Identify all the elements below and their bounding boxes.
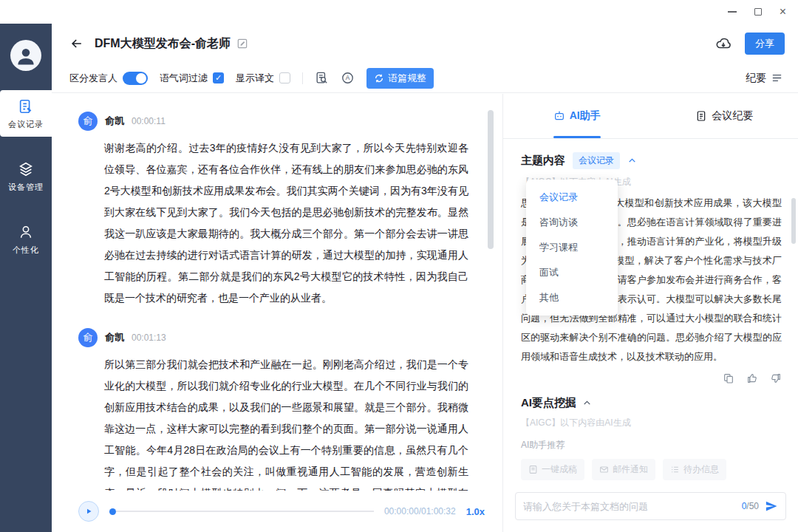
speaker-toggle-group: 区分发言人 (69, 72, 148, 85)
translation-checkbox[interactable] (279, 72, 290, 83)
action-label: 一键成稿 (542, 463, 577, 476)
player-time: 00:00:00/01:00:32 (384, 506, 456, 516)
thumbs-down-icon[interactable] (770, 372, 782, 384)
filler-filter-group: 语气词过滤 (160, 72, 224, 85)
send-icon (765, 499, 778, 513)
message-timestamp[interactable]: 00:01:13 (132, 332, 166, 343)
message-text: 谢谢老高的介绍。过去3年的疫情好久没有见到大家了，所以今天先特别欢迎各位领导、各… (104, 137, 468, 309)
todo-list-icon (670, 465, 680, 474)
share-button[interactable]: 分享 (745, 33, 785, 55)
minutes-list-icon (771, 72, 783, 84)
topic-type-dropdown: 会议记录 咨询访谈 学习课程 面试 其他 (526, 180, 618, 316)
draft-doc-icon (528, 465, 538, 474)
layers-icon (0, 161, 52, 177)
translation-label: 显示译文 (236, 72, 274, 85)
back-button[interactable] (69, 36, 84, 51)
sidebar-item-label: 设备管理 (0, 182, 52, 193)
transcript-scrollbar[interactable] (488, 110, 494, 249)
person-icon (0, 224, 52, 240)
playback-speed[interactable]: 1.0x (466, 506, 485, 517)
question-input[interactable] (523, 501, 736, 512)
meeting-record-icon (0, 98, 52, 115)
document-icon (695, 110, 707, 122)
user-avatar[interactable] (10, 40, 41, 71)
topic-type-dropdown-trigger[interactable]: 会议记录 (573, 152, 620, 169)
topic-heading: 主题内容 (521, 154, 565, 168)
speaker-toggle[interactable] (123, 72, 148, 85)
search-in-document-icon[interactable] (315, 71, 329, 85)
speaker-avatar: 俞 (78, 112, 98, 131)
copy-icon[interactable] (723, 372, 734, 384)
back-arrow-icon (69, 36, 84, 51)
window-titlebar: × (0, 0, 798, 24)
person-avatar-icon (15, 44, 37, 66)
char-counter: 0/50 (742, 501, 759, 511)
speaker-toggle-label: 区分发言人 (69, 72, 117, 85)
mining-heading: AI要点挖掘 (521, 396, 576, 410)
page-title: DFM大模型发布会-俞老师 (95, 36, 231, 52)
transcript-toolbar: 区分发言人 语气词过滤 显示译文 A 语篇规整 纪要 (52, 64, 798, 93)
send-button[interactable] (765, 499, 778, 513)
sidebar-item-label: 会议记录 (0, 119, 52, 130)
one-click-draft-button[interactable]: 一键成稿 (521, 459, 584, 480)
progress-bar[interactable] (109, 508, 374, 515)
robot-icon (553, 110, 565, 122)
minimize-button[interactable] (728, 11, 737, 13)
tab-meeting-minutes[interactable]: 会议纪要 (651, 94, 798, 138)
filler-filter-checkbox[interactable] (213, 72, 224, 83)
transcript-area: 俞 俞凯 00:00:11 谢谢老高的介绍。过去3年的疫情好久没有见到大家了，所… (52, 94, 502, 532)
cloud-download-icon[interactable] (715, 35, 732, 52)
panel-scrollbar[interactable] (791, 198, 796, 244)
chevron-up-icon[interactable] (582, 398, 592, 408)
message-timestamp[interactable]: 00:00:11 (132, 116, 166, 126)
question-input-box: 0/50 (515, 492, 786, 520)
sidebar-item-device-management[interactable]: 设备管理 (0, 153, 52, 200)
sync-icon (374, 73, 384, 83)
chevron-up-icon[interactable] (627, 156, 637, 166)
dropdown-item-other[interactable]: 其他 (526, 285, 618, 310)
speaker-name: 俞凯 (105, 331, 124, 344)
translation-group: 显示译文 (236, 72, 290, 85)
translate-icon[interactable]: A (341, 71, 355, 85)
tab-label: 会议纪要 (712, 109, 753, 123)
discourse-normalize-label: 语篇规整 (388, 72, 426, 85)
action-label: 邮件通知 (613, 463, 648, 476)
audio-player: 00:00:00/01:00:32 1.0x (52, 491, 502, 532)
document-header: DFM大模型发布会-俞老师 分享 (52, 24, 798, 64)
assistant-recommend-label: AI助手推荐 (521, 439, 782, 451)
sidebar-item-personalization[interactable]: 个性化 (0, 216, 52, 262)
discourse-normalize-button[interactable]: 语篇规整 (366, 68, 434, 89)
thumbs-up-icon[interactable] (746, 372, 758, 384)
play-button[interactable] (78, 501, 99, 522)
char-limit: /50 (746, 501, 759, 511)
todo-info-button[interactable]: 待办信息 (663, 459, 726, 480)
close-button[interactable]: × (780, 6, 786, 18)
speaker-avatar: 俞 (78, 328, 98, 347)
speaker-name: 俞凯 (105, 115, 124, 128)
minutes-label: 纪要 (746, 72, 766, 85)
maximize-button[interactable] (754, 8, 762, 16)
mail-notify-button[interactable]: 邮件通知 (592, 459, 655, 480)
topic-type-value: 会议记录 (579, 154, 614, 167)
tab-ai-assistant[interactable]: AI助手 (503, 94, 651, 138)
aigc-note: 【AIGC】以下内容由AI生成 (521, 417, 782, 429)
sidebar-item-meeting-records[interactable]: 会议记录 (0, 90, 52, 137)
dropdown-item-consult-interview[interactable]: 咨询访谈 (526, 210, 618, 235)
progress-handle[interactable] (109, 508, 116, 515)
sidebar-item-label: 个性化 (0, 245, 52, 256)
dropdown-item-meeting-record[interactable]: 会议记录 (526, 185, 618, 210)
transcript-message: 俞 俞凯 00:00:11 谢谢老高的介绍。过去3年的疫情好久没有见到大家了，所… (78, 112, 468, 309)
dropdown-item-study-course[interactable]: 学习课程 (526, 235, 618, 260)
panel-tabs: AI助手 会议纪要 (503, 94, 798, 139)
dropdown-item-job-interview[interactable]: 面试 (526, 260, 618, 285)
progress-track (116, 511, 374, 512)
minutes-toggle[interactable]: 纪要 (746, 72, 783, 85)
toolbar-divider (302, 72, 303, 84)
edit-title-icon[interactable] (236, 38, 248, 50)
mail-icon (599, 465, 609, 474)
play-icon (84, 507, 93, 516)
filler-filter-label: 语气词过滤 (160, 72, 208, 85)
action-label: 待办信息 (683, 463, 719, 476)
tab-label: AI助手 (570, 109, 601, 123)
svg-text:A: A (346, 74, 350, 81)
